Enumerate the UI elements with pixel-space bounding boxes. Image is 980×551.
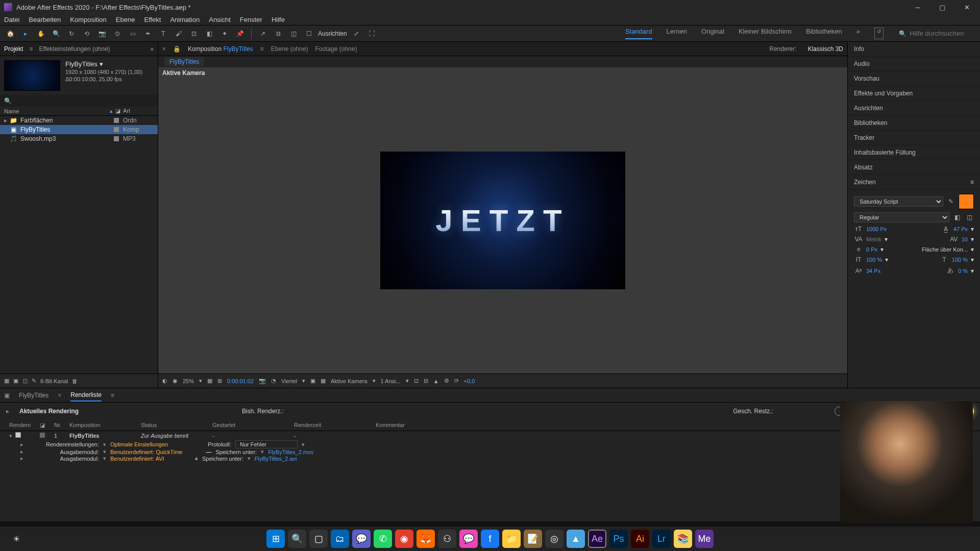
output-module-link[interactable]: Benutzerdefiniert: AVI	[110, 456, 164, 462]
menu-bearbeiten[interactable]: Bearbeiten	[29, 16, 61, 23]
vf-zoom[interactable]: 25%	[183, 378, 194, 384]
workspace-reset-icon[interactable]: ↺	[874, 28, 884, 39]
timeline-tab-icon[interactable]: ▣	[4, 392, 10, 399]
tab-render-queue[interactable]: Renderliste	[70, 389, 102, 402]
menu-effekt[interactable]: Effekt	[144, 16, 161, 23]
panel-audio[interactable]: Audio	[848, 57, 980, 71]
panel-overflow-icon[interactable]: »	[150, 45, 154, 53]
breadcrumb-comp[interactable]: FlyByTitles	[164, 57, 204, 66]
chevron-down-icon[interactable]: ▾	[971, 256, 974, 263]
kerning-value[interactable]: Metrik	[866, 236, 881, 242]
th-rtime[interactable]: Renderzeit	[291, 421, 373, 430]
render-settings-link[interactable]: Optimale Einstellungen	[110, 441, 168, 447]
add-output-icon[interactable]: +	[195, 456, 198, 462]
project-item-folder[interactable]: ▸ 📁 Farbflächen Ordn	[0, 116, 158, 125]
chevron-down-icon[interactable]: ▾	[885, 256, 888, 263]
fill-color-swatch[interactable]	[959, 194, 974, 209]
taskbar-app3-icon[interactable]: 📝	[524, 530, 542, 548]
dropdown-icon[interactable]: ▾	[103, 455, 106, 462]
output-file-link[interactable]: FlyByTitles_2.mov	[268, 449, 313, 455]
home-icon[interactable]: 🏠	[4, 28, 16, 40]
taskbar-app1-icon[interactable]: ◉	[395, 530, 413, 548]
label-color[interactable]	[114, 127, 119, 132]
workspace-original[interactable]: Original	[701, 28, 724, 39]
toolbar-option1-icon[interactable]: ↗	[257, 28, 269, 40]
workspace-overflow-icon[interactable]: »	[856, 28, 860, 39]
taskbar-search-icon[interactable]: 🔍	[288, 530, 306, 548]
proj-footer-trash-icon[interactable]: 🗑	[72, 378, 78, 384]
taskbar-app5-icon[interactable]: 📚	[674, 530, 692, 548]
workspace-lernen[interactable]: Lernen	[667, 28, 687, 39]
selection-tool-icon[interactable]: ▸	[19, 28, 32, 40]
stroke-mode-select[interactable]: Fläche über Kon...	[922, 246, 968, 253]
panel-menu-icon[interactable]: ≡	[970, 179, 974, 186]
comp-lock-icon[interactable]: 🔒	[173, 45, 181, 53]
workspace-standard[interactable]: Standard	[625, 28, 652, 39]
render-queue-row[interactable]: ▾ 1 FlyByTitles Zur Ausgabe bereit - -	[0, 431, 980, 440]
row-label-color[interactable]	[40, 433, 45, 438]
close-button[interactable]: ✕	[962, 4, 972, 11]
composition-view[interactable]: JETZT	[380, 152, 625, 289]
th-started[interactable]: Gestartet	[209, 421, 291, 430]
vscale-value[interactable]: 100 %	[866, 257, 882, 263]
panel-libraries[interactable]: Bibliotheken	[848, 116, 980, 131]
dropdown-icon[interactable]: ▾	[261, 448, 264, 455]
vf-guides-icon[interactable]: ⊞	[217, 378, 222, 384]
weather-widget[interactable]: ☀	[6, 531, 27, 547]
th-nr[interactable]: Nr.	[51, 421, 66, 430]
chevron-down-icon[interactable]: ▾	[302, 441, 305, 448]
chevron-down-icon[interactable]: ▾	[373, 378, 376, 384]
taskbar-lightroom-icon[interactable]: Lr	[652, 530, 671, 548]
vf-roi-icon[interactable]: ▣	[310, 378, 315, 384]
font-family-select[interactable]: Saturday Script	[854, 196, 943, 207]
roto-tool-icon[interactable]: ✦	[218, 28, 231, 40]
tracking-value[interactable]: 10	[962, 236, 968, 242]
tab-footage[interactable]: Footage (ohne)	[315, 45, 357, 53]
label-color[interactable]	[114, 118, 119, 123]
chevron-down-icon[interactable]: ▾	[971, 236, 974, 243]
taskbar-app4-icon[interactable]: ▲	[567, 530, 585, 548]
chevron-down-icon[interactable]: ▾	[880, 246, 884, 253]
vf-resolution[interactable]: Viertel	[281, 378, 297, 384]
workspace-kleiner[interactable]: Kleiner Bildschirm	[739, 28, 792, 39]
label-color[interactable]	[114, 136, 119, 141]
proj-footer-icon3[interactable]: ◫	[22, 378, 28, 384]
vf-icon-c[interactable]: ▲	[433, 378, 439, 384]
taskbar-explorer-icon[interactable]: 🗂	[331, 530, 349, 548]
panel-preview[interactable]: Vorschau	[848, 71, 980, 86]
remove-output-icon[interactable]: —	[206, 449, 211, 455]
font-weight-select[interactable]: Regular	[854, 212, 949, 222]
vf-exposure[interactable]: +0,0	[464, 378, 475, 384]
vf-timecode[interactable]: 0:00:01:02	[227, 378, 254, 384]
col-name-header[interactable]: Name	[4, 108, 19, 114]
th-status[interactable]: Status	[138, 421, 209, 430]
vf-icon-b[interactable]: ⊟	[424, 378, 428, 384]
panel-paragraph[interactable]: Absatz	[848, 160, 980, 175]
taskbar-aftereffects-icon[interactable]: Ae	[588, 530, 606, 548]
stroke-width-value[interactable]: 0 Px	[866, 246, 877, 253]
rotate-tool-icon[interactable]: ⟲	[81, 28, 93, 40]
output-module-link[interactable]: Benutzerdefiniert: QuickTime	[110, 449, 182, 455]
taskbar-mediaencoder-icon[interactable]: Me	[695, 530, 714, 548]
expand-icon[interactable]: ▸	[4, 117, 9, 124]
panel-effects[interactable]: Effekte und Vorgaben	[848, 86, 980, 101]
vf-channel-icon[interactable]: ◔	[271, 378, 276, 384]
vf-active-camera[interactable]: Aktive Kamera	[331, 378, 368, 384]
baseline-value[interactable]: 34 Px	[866, 268, 880, 274]
menu-ansicht[interactable]: Ansicht	[209, 16, 231, 23]
vf-transparency-icon[interactable]: ▦	[321, 378, 326, 384]
vf-grid-icon[interactable]: ▦	[207, 378, 212, 384]
snap-expand-icon[interactable]: ⛶	[365, 28, 378, 40]
menu-hilfe[interactable]: Hilfe	[272, 16, 285, 23]
panel-align[interactable]: Ausrichten	[848, 101, 980, 116]
th-comp[interactable]: Komposition	[66, 421, 138, 430]
panel-content-aware[interactable]: Inhaltsbasierte Füllung	[848, 145, 980, 160]
hand-tool-icon[interactable]: ✋	[35, 28, 47, 40]
taskbar-folder-icon[interactable]: 📁	[502, 530, 521, 548]
project-search-input[interactable]	[15, 97, 154, 105]
font-size-value[interactable]: 1000 Px	[866, 226, 887, 232]
orbit-tool-icon[interactable]: ↻	[65, 28, 78, 40]
vf-icon-d[interactable]: ⚙	[444, 378, 449, 384]
taskbar-whatsapp-icon[interactable]: ✆	[374, 530, 392, 548]
chevron-down-icon[interactable]: ▾	[199, 378, 202, 384]
